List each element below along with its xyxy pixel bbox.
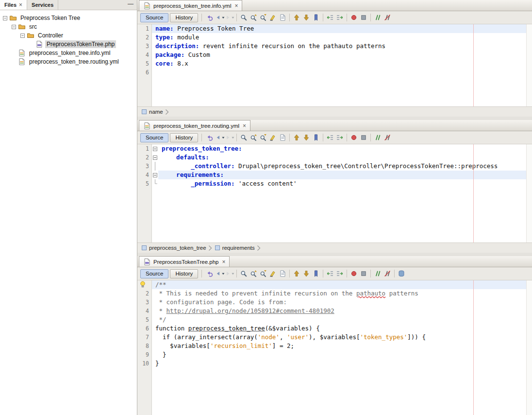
source-button[interactable]: Source bbox=[140, 13, 168, 22]
shift-left-icon[interactable] bbox=[325, 13, 335, 22]
line-number[interactable]: 2 bbox=[137, 289, 152, 298]
start-macro-recording-icon[interactable] bbox=[349, 133, 359, 142]
find-next-occurrence-icon[interactable] bbox=[258, 133, 268, 142]
line-number[interactable]: 9 bbox=[137, 350, 152, 359]
line-number[interactable]: 4 bbox=[137, 307, 152, 315]
pane-splitter[interactable] bbox=[137, 253, 532, 256]
stop-macro-recording-icon[interactable] bbox=[359, 269, 368, 278]
find-selection-icon[interactable] bbox=[239, 269, 249, 278]
next-bookmark-icon[interactable] bbox=[301, 269, 311, 278]
error-stripe[interactable] bbox=[526, 280, 532, 415]
line-number[interactable]: 1 bbox=[137, 24, 152, 33]
line-number[interactable]: 6 bbox=[137, 324, 152, 333]
find-selection-icon[interactable] bbox=[239, 133, 249, 142]
find-previous-occurrence-icon[interactable] bbox=[249, 269, 258, 278]
history-button[interactable]: History bbox=[170, 133, 198, 142]
start-macro-recording-icon[interactable] bbox=[349, 13, 359, 22]
breadcrumb-item[interactable]: requirements bbox=[214, 245, 256, 251]
find-next-occurrence-icon[interactable] bbox=[258, 269, 268, 278]
forward-icon[interactable] bbox=[225, 269, 234, 278]
previous-bookmark-icon[interactable] bbox=[292, 13, 301, 22]
last-edit-icon[interactable] bbox=[205, 269, 215, 278]
hint-bulb-icon[interactable] bbox=[137, 280, 152, 289]
line-number[interactable]: 6 bbox=[137, 68, 152, 77]
collapse-icon[interactable]: − bbox=[20, 34, 25, 38]
source-button[interactable]: Source bbox=[140, 269, 168, 278]
shift-right-icon[interactable] bbox=[335, 133, 345, 142]
line-number[interactable]: 1 bbox=[137, 144, 152, 153]
forward-icon[interactable] bbox=[225, 133, 234, 142]
source-button[interactable]: Source bbox=[140, 133, 168, 142]
tab-services[interactable]: Services bbox=[27, 0, 58, 10]
code-fold-icon[interactable] bbox=[152, 179, 158, 188]
collapse-icon[interactable]: − bbox=[3, 16, 7, 20]
database-icon[interactable] bbox=[397, 269, 406, 278]
find-previous-occurrence-icon[interactable] bbox=[249, 13, 258, 22]
tab-files[interactable]: Files × bbox=[0, 0, 27, 10]
shift-left-icon[interactable] bbox=[325, 133, 335, 142]
find-previous-occurrence-icon[interactable] bbox=[249, 133, 258, 142]
tree-item[interactable]: preprocess_token_tree.routing.yml bbox=[0, 57, 137, 66]
start-macro-recording-icon[interactable] bbox=[349, 269, 359, 278]
next-bookmark-icon[interactable] bbox=[301, 13, 311, 22]
line-number[interactable]: 2 bbox=[137, 33, 152, 42]
last-edit-icon[interactable] bbox=[205, 133, 215, 142]
history-button[interactable]: History bbox=[170, 269, 198, 278]
toggle-bookmark-icon[interactable] bbox=[311, 133, 321, 142]
stop-macro-recording-icon[interactable] bbox=[359, 13, 368, 22]
breadcrumb-item[interactable]: name bbox=[140, 109, 164, 115]
breadcrumb-item[interactable]: preprocess_token_tree bbox=[140, 245, 207, 251]
toggle-highlight-search-icon[interactable] bbox=[268, 13, 278, 22]
toggle-highlight-search-icon[interactable] bbox=[268, 269, 278, 278]
editor-tab[interactable]: PreprocessTokenTree.php × bbox=[139, 256, 230, 267]
back-icon[interactable] bbox=[215, 133, 225, 142]
last-edit-icon[interactable] bbox=[205, 13, 215, 22]
paste-history-icon[interactable] bbox=[278, 133, 287, 142]
line-number[interactable]: 3 bbox=[137, 162, 152, 171]
shift-right-icon[interactable] bbox=[335, 269, 345, 278]
line-number[interactable]: 3 bbox=[137, 298, 152, 307]
editor-tab[interactable]: preprocess_token_tree.routing.yml × bbox=[139, 120, 250, 131]
uncomment-icon[interactable] bbox=[382, 13, 392, 22]
line-number[interactable]: 5 bbox=[137, 179, 152, 188]
close-icon[interactable]: × bbox=[243, 122, 246, 129]
find-selection-icon[interactable] bbox=[239, 13, 249, 22]
close-icon[interactable]: × bbox=[222, 259, 225, 265]
back-icon[interactable] bbox=[215, 13, 225, 22]
comment-icon[interactable] bbox=[373, 133, 382, 142]
forward-icon[interactable] bbox=[225, 13, 234, 22]
tree-item[interactable]: PreprocessTokenTree.php bbox=[0, 40, 137, 49]
line-number[interactable]: 8 bbox=[137, 342, 152, 350]
code-fold-icon[interactable] bbox=[152, 144, 158, 153]
close-icon[interactable]: × bbox=[19, 2, 22, 7]
back-icon[interactable] bbox=[215, 269, 225, 278]
line-number[interactable]: 4 bbox=[137, 51, 152, 59]
tree-item[interactable]: −Preprocess Token Tree bbox=[0, 14, 137, 22]
editor-tab[interactable]: preprocess_token_tree.info.yml × bbox=[139, 0, 242, 11]
uncomment-icon[interactable] bbox=[382, 133, 392, 142]
find-next-occurrence-icon[interactable] bbox=[258, 13, 268, 22]
shift-left-icon[interactable] bbox=[325, 269, 335, 278]
next-bookmark-icon[interactable] bbox=[301, 133, 311, 142]
code-editor[interactable]: 1name: Preprocess Token Tree2type: modul… bbox=[137, 24, 532, 106]
close-icon[interactable]: × bbox=[234, 2, 238, 9]
line-number[interactable]: 10 bbox=[137, 359, 152, 368]
tree-item[interactable]: −src bbox=[0, 22, 137, 31]
toggle-bookmark-icon[interactable] bbox=[311, 269, 321, 278]
error-stripe[interactable] bbox=[526, 144, 532, 242]
previous-bookmark-icon[interactable] bbox=[292, 269, 301, 278]
toggle-bookmark-icon[interactable] bbox=[311, 13, 321, 22]
collapse-icon[interactable]: − bbox=[12, 25, 16, 29]
code-fold-icon[interactable] bbox=[152, 162, 158, 171]
code-editor[interactable]: 1preprocess_token_tree:2 defaults:3 _con… bbox=[137, 144, 532, 242]
paste-history-icon[interactable] bbox=[278, 269, 287, 278]
code-fold-icon[interactable] bbox=[152, 171, 158, 179]
code-fold-icon[interactable] bbox=[152, 153, 158, 162]
shift-right-icon[interactable] bbox=[335, 13, 345, 22]
toggle-highlight-search-icon[interactable] bbox=[268, 133, 278, 142]
line-number[interactable]: 5 bbox=[137, 315, 152, 324]
stop-macro-recording-icon[interactable] bbox=[359, 133, 368, 142]
pane-splitter[interactable] bbox=[137, 117, 532, 120]
comment-icon[interactable] bbox=[373, 269, 382, 278]
error-stripe[interactable] bbox=[526, 24, 532, 106]
